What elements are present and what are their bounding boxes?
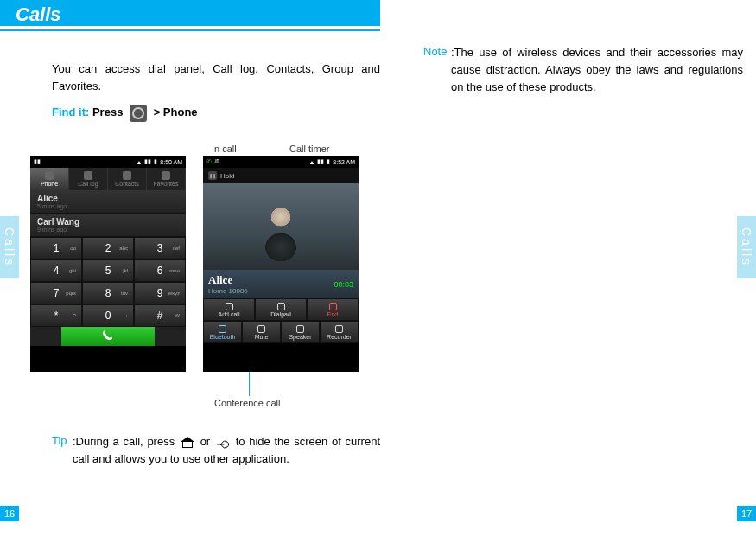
annot-call-timer: Call timer	[289, 144, 329, 154]
dialpad-button[interactable]: Dialpad	[255, 298, 307, 321]
call-row	[30, 327, 186, 346]
add-call-icon	[226, 303, 233, 310]
star-icon	[162, 171, 170, 180]
tip-label: Tip	[52, 434, 67, 447]
key-hash[interactable]: #W	[134, 304, 186, 327]
speaker-label: Speaker	[289, 334, 311, 340]
key-5[interactable]: 5jkl	[82, 259, 134, 282]
tab-favorites[interactable]: Favorites	[147, 168, 186, 190]
key-sub: pqrs	[66, 291, 76, 296]
key-8[interactable]: 8tuv	[82, 282, 134, 304]
tab-favorites-label: Favorites	[154, 181, 179, 187]
recent-name: Carl Wang	[37, 217, 179, 227]
mute-icon	[257, 325, 265, 333]
wifi-icon: ▲	[308, 159, 314, 165]
network-icon: ▮▮	[317, 158, 324, 165]
add-call-button[interactable]: Add call	[203, 298, 255, 321]
hold-bar[interactable]: Hold	[203, 168, 359, 183]
caller-bar: Alice Home 10086 00:03	[203, 270, 359, 298]
key-7[interactable]: 7pqrs	[30, 282, 82, 304]
recent-item[interactable]: Carl Wang 9 mins ago	[30, 214, 186, 237]
key-sub: wxyz	[168, 291, 180, 296]
key-digit: 6	[157, 265, 163, 277]
caller-name: Alice	[208, 273, 248, 287]
side-tab-left-label: Calls	[3, 227, 16, 267]
key-2[interactable]: 2abc	[82, 237, 134, 259]
note-body: :The use of wireless devices and their a…	[423, 44, 743, 96]
status-time-right: 8:52 AM	[333, 159, 355, 165]
phone-dialpad: ▮▮ ▲ ▮▮ ▮ 8:50 AM Phone Call log Contact…	[30, 156, 186, 372]
tab-phone[interactable]: Phone	[30, 168, 69, 190]
incall-icon: ✆	[206, 158, 212, 165]
key-digit: 4	[54, 265, 60, 277]
apps-icon	[130, 105, 147, 122]
tab-phone-label: Phone	[41, 181, 58, 187]
key-sub: abc	[119, 246, 128, 251]
phone-in-call: ✆ ⇵ ▲ ▮▮ ▮ 8:52 AM Hold Alice Home 10086…	[203, 156, 359, 372]
phone-screenshots: ▮▮ ▲ ▮▮ ▮ 8:50 AM Phone Call log Contact…	[30, 156, 384, 380]
annot-in-call: In call	[212, 144, 237, 154]
dial-button[interactable]	[61, 327, 155, 346]
key-digit: 0	[105, 310, 111, 322]
tip-text-b: or	[200, 435, 214, 448]
key-sub: tuv	[121, 291, 128, 296]
call-timer: 00:03	[334, 280, 353, 289]
key-3[interactable]: 3def	[134, 237, 186, 259]
add-call-label: Add call	[219, 311, 240, 317]
key-1[interactable]: 1oo	[30, 237, 82, 259]
speaker-button[interactable]: Speaker	[281, 321, 320, 343]
bluetooth-button[interactable]: Bluetooth	[203, 321, 242, 343]
call-buttons-row2: Bluetooth Mute Speaker Recorder	[203, 321, 359, 343]
backspace-button[interactable]	[155, 327, 186, 346]
key-sub: mno	[169, 268, 180, 273]
key-sub: W	[175, 313, 180, 318]
side-tab-left: Calls	[0, 216, 19, 278]
key-digit: *	[54, 310, 59, 322]
find-it-suffix: > Phone	[154, 105, 198, 118]
voicemail-button[interactable]	[30, 327, 61, 346]
intro-text: You can access dial panel, Call log, Con…	[52, 61, 380, 94]
battery-icon: ▮	[154, 158, 157, 165]
find-it-line: Find it: Press > Phone	[52, 105, 380, 122]
key-star[interactable]: *P	[30, 304, 82, 327]
page-heading: Calls	[16, 3, 61, 26]
recent-item[interactable]: Alice 5 mins ago	[30, 190, 186, 214]
key-9[interactable]: 9wxyz	[134, 282, 186, 304]
key-digit: 7	[54, 287, 60, 299]
tab-contacts-label: Contacts	[115, 181, 139, 187]
tab-call-log[interactable]: Call log	[69, 168, 108, 190]
side-tab-right-label: Calls	[740, 227, 753, 267]
status-time-left: 8:50 AM	[160, 159, 182, 165]
left-column: You can access dial panel, Call log, Con…	[52, 61, 380, 137]
mute-button[interactable]: Mute	[242, 321, 281, 343]
tab-call-log-label: Call log	[78, 181, 98, 187]
statusbar-right: ✆ ⇵ ▲ ▮▮ ▮ 8:52 AM	[203, 156, 359, 168]
key-4[interactable]: 4ghi	[30, 259, 82, 282]
key-sub: def	[173, 246, 180, 251]
phone-handset-icon	[45, 171, 54, 180]
pause-icon	[208, 171, 217, 180]
bluetooth-icon	[219, 325, 226, 333]
key-6[interactable]: 6mno	[134, 259, 186, 282]
find-it-press: Press	[92, 105, 123, 118]
recorder-button[interactable]: Recorder	[320, 321, 359, 343]
right-column: Note :The use of wireless devices and th…	[423, 43, 743, 97]
clock-icon	[84, 171, 92, 180]
dialpad-icon	[277, 303, 285, 310]
dialpad-label: Dialpad	[270, 311, 291, 317]
phone-dial-icon	[102, 330, 114, 342]
face-image	[253, 192, 308, 261]
recent-time: 9 mins ago	[37, 227, 179, 233]
key-digit: 8	[105, 287, 111, 299]
end-button[interactable]: End	[307, 298, 359, 321]
battery-icon: ▮	[327, 158, 330, 165]
phone-tabs: Phone Call log Contacts Favorites	[30, 168, 186, 190]
tab-contacts[interactable]: Contacts	[108, 168, 147, 190]
key-sub: oo	[70, 246, 76, 251]
key-0[interactable]: 0+	[82, 304, 134, 327]
hold-label: Hold	[220, 172, 234, 180]
side-tab-right: Calls	[737, 216, 756, 278]
key-sub: ghi	[69, 268, 76, 273]
page-number-right: 17	[737, 506, 756, 521]
key-digit: 2	[105, 242, 111, 254]
